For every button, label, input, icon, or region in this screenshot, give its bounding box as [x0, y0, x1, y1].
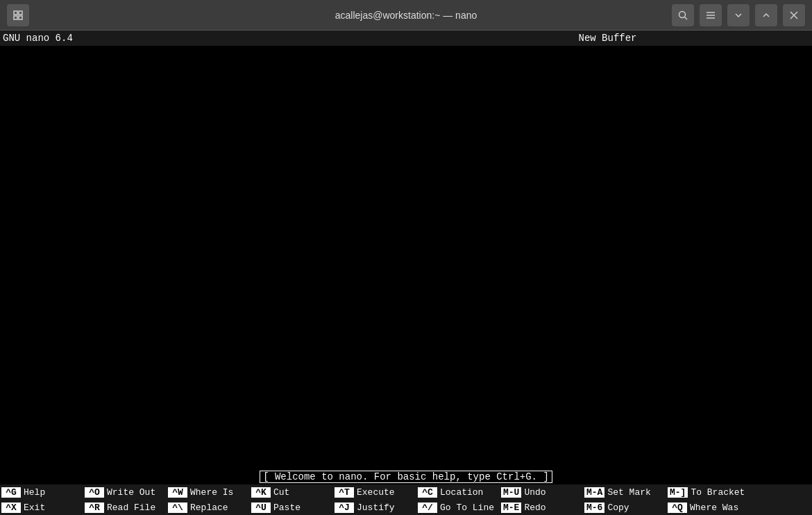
shortcut-item: M-ASet Mark [583, 487, 666, 498]
editor-area[interactable] [0, 46, 812, 469]
svg-rect-1 [19, 11, 22, 15]
shortcut-label: To Bracket [688, 487, 745, 498]
shortcut-label: Help [21, 487, 45, 498]
shortcut-label: Where Was [687, 503, 738, 513]
shortcut-item: ^/Go To Line [416, 503, 500, 513]
nano-shortcuts: ^GHelp^OWrite Out^WWhere Is^KCut^TExecut… [0, 484, 812, 515]
shortcut-label: Justify [354, 503, 395, 513]
shortcut-key: ^J [335, 503, 354, 513]
status-message: [ Welcome to nano. For basic help, type … [260, 471, 552, 483]
shortcut-label: Where Is [187, 487, 233, 498]
shortcut-key: ^T [335, 487, 354, 498]
shortcut-item: M-]To Bracket [666, 487, 750, 498]
shortcut-label: Exit [21, 503, 45, 513]
shortcut-item: M-ERedo [500, 503, 583, 513]
shortcut-item: ^OWrite Out [83, 487, 167, 498]
shortcut-row-2: ^XExit^RRead File^\Replace^UPaste^JJusti… [0, 500, 812, 515]
chevron-up-button[interactable] [755, 4, 777, 26]
menu-button[interactable] [700, 4, 722, 26]
shortcut-key: M-U [501, 487, 521, 498]
svg-rect-3 [19, 16, 22, 19]
shortcut-key: ^R [85, 503, 104, 513]
shortcut-key: ^O [85, 487, 104, 498]
shortcut-key: ^W [168, 487, 187, 498]
shortcut-label: Set Mark [604, 487, 650, 498]
shortcut-label: Go To Line [437, 503, 494, 513]
shortcut-label: Undo [521, 487, 545, 498]
shortcut-item: ^WWhere Is [167, 487, 250, 498]
nano-filename: New Buffer [406, 33, 809, 44]
window-title: acallejas@workstation:~ — nano [335, 10, 477, 21]
svg-point-4 [679, 11, 686, 17]
shortcut-key: M-E [501, 503, 521, 513]
shortcut-key: M-A [584, 487, 604, 498]
close-button[interactable] [783, 4, 805, 26]
nano-status-bar: [ Welcome to nano. For basic help, type … [0, 469, 812, 484]
search-button[interactable] [672, 4, 694, 26]
shortcut-item: ^QWhere Was [666, 503, 750, 513]
shortcut-item: ^KCut [250, 487, 333, 498]
shortcut-item: ^UPaste [250, 503, 333, 513]
shortcut-label: Location [437, 487, 483, 498]
shortcut-item: ^JJustify [333, 503, 416, 513]
chevron-down-button[interactable] [727, 4, 750, 26]
window-controls [672, 4, 805, 26]
shortcut-label: Execute [354, 487, 395, 498]
nano-container: GNU nano 6.4 New Buffer [ Welcome to nan… [0, 31, 812, 515]
nano-version: GNU nano 6.4 [3, 33, 406, 44]
shortcut-key: ^C [418, 487, 437, 498]
shortcut-item: ^\Replace [167, 503, 250, 513]
shortcut-item: M-UUndo [500, 487, 583, 498]
shortcut-key: M-6 [584, 503, 604, 513]
shortcut-item: M-6Copy [583, 503, 666, 513]
nano-header: GNU nano 6.4 New Buffer [0, 31, 812, 46]
shortcut-label: Replace [187, 503, 228, 513]
shortcut-key: ^/ [418, 503, 437, 513]
shortcut-item: ^RRead File [83, 503, 167, 513]
shortcut-item: ^GHelp [0, 487, 83, 498]
shortcut-label: Cut [271, 487, 289, 498]
shortcut-item: ^XExit [0, 503, 83, 513]
svg-line-5 [685, 17, 688, 19]
shortcut-key: ^X [1, 503, 21, 513]
shortcut-key: ^K [251, 487, 271, 498]
shortcut-item: ^TExecute [333, 487, 416, 498]
shortcut-label: Copy [604, 503, 629, 513]
title-bar: acallejas@workstation:~ — nano [0, 0, 812, 31]
shortcut-label: Write Out [104, 487, 155, 498]
shortcut-item: ^CLocation [416, 487, 500, 498]
window-icon-button[interactable] [7, 4, 29, 26]
shortcut-key: ^U [251, 503, 271, 513]
shortcut-label: Paste [271, 503, 301, 513]
shortcut-label: Redo [521, 503, 545, 513]
svg-rect-0 [14, 11, 17, 15]
shortcut-key: ^Q [668, 503, 687, 513]
window-icon-area [7, 4, 29, 26]
shortcut-row-1: ^GHelp^OWrite Out^WWhere Is^KCut^TExecut… [0, 484, 812, 500]
shortcut-key: ^G [1, 487, 21, 498]
shortcut-key: M-] [668, 487, 688, 498]
svg-rect-2 [14, 16, 17, 19]
shortcut-label: Read File [104, 503, 155, 513]
shortcut-key: ^\ [168, 503, 187, 513]
